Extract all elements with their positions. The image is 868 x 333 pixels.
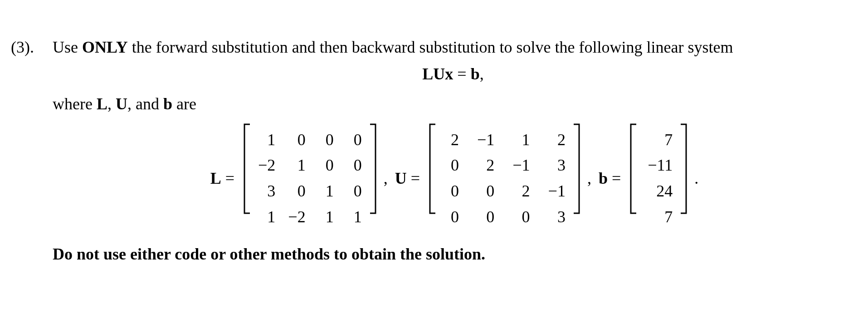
bracket-right-icon	[573, 123, 582, 233]
intro-only: ONLY	[82, 38, 128, 56]
matrix-cell: 0	[477, 180, 494, 202]
matrix-cell: −1	[548, 180, 566, 202]
label-U: U =	[392, 167, 423, 190]
label-U-eq: =	[407, 169, 420, 187]
trail-comma-2: ,	[586, 167, 591, 190]
page: (3). Use ONLY the forward substitution a…	[0, 0, 868, 281]
vector-cell: 7	[644, 206, 673, 228]
matrix-cell: 0	[444, 206, 459, 228]
bracket-right-icon	[369, 123, 378, 233]
trail-period: .	[693, 167, 698, 190]
label-b-eq: =	[608, 169, 621, 187]
where-line: where L, U, and b are	[53, 93, 853, 115]
matrix-cell: 1	[258, 206, 275, 228]
label-L-sym: L	[210, 169, 221, 187]
matrix-cell: 3	[548, 154, 566, 176]
matrix-cell: 2	[548, 129, 566, 151]
matrix-cell: −1	[512, 154, 530, 176]
equation-LUx-eq-b: LUx = b,	[53, 63, 853, 85]
intro-pre: Use	[53, 38, 82, 56]
label-L: L =	[208, 167, 237, 190]
matrix-cell: 0	[346, 129, 362, 151]
matrix-cell: 1	[346, 206, 362, 228]
intro-post: the forward substitution and then backwa…	[128, 38, 733, 56]
label-b: b =	[596, 167, 624, 190]
matrix-cell: 0	[318, 129, 334, 151]
matrix-cell: 0	[512, 206, 530, 228]
eq-x: x	[445, 65, 453, 83]
matrix-cell: 1	[288, 154, 305, 176]
matrix-L: 1 0 0 0 −2 1 0 0 3 0 1 0 1 −2 1	[242, 123, 378, 233]
matrix-cell: 1	[318, 206, 334, 228]
label-L-eq: =	[221, 169, 234, 187]
matrix-cell: 1	[512, 129, 530, 151]
matrix-cell: 0	[288, 129, 305, 151]
label-b-sym: b	[599, 169, 608, 187]
where-sep1: ,	[107, 95, 116, 113]
problem-body: Use ONLY the forward substitution and th…	[53, 36, 853, 270]
trail-comma-1: ,	[383, 167, 388, 190]
problem-block: (3). Use ONLY the forward substitution a…	[7, 36, 853, 270]
vector-b-body: 7 −11 24 7	[637, 123, 680, 233]
matrix-cell: 0	[318, 154, 334, 176]
where-U: U	[116, 95, 127, 113]
where-pre: where	[53, 95, 97, 113]
problem-number: (3).	[7, 36, 53, 59]
matrix-cell: 0	[346, 180, 362, 202]
matrix-U: 2 −1 1 2 0 2 −1 3 0 0 2 −1 0 0 0	[427, 123, 582, 233]
matrix-cell: 2	[512, 180, 530, 202]
matrix-cell: −1	[477, 129, 494, 151]
eq-U: U	[433, 65, 445, 83]
intro-paragraph: Use ONLY the forward substitution and th…	[53, 36, 853, 59]
matrix-cell: 3	[258, 180, 275, 202]
matrix-cell: 1	[258, 129, 275, 151]
matrices-row: L = 1 0 0 0 −2 1 0 0 3	[53, 123, 853, 233]
matrix-cell: −2	[288, 206, 305, 228]
footer-instruction: Do not use either code or other methods …	[53, 243, 853, 265]
where-sep2: , and	[127, 95, 163, 113]
matrix-U-body: 2 −1 1 2 0 2 −1 3 0 0 2 −1 0 0 0	[436, 123, 573, 233]
matrix-cell: 0	[346, 154, 362, 176]
eq-eq: =	[453, 65, 470, 83]
where-L: L	[97, 95, 107, 113]
matrix-cell: 0	[477, 206, 494, 228]
bracket-left-icon	[242, 123, 251, 233]
vector-cell: 24	[644, 180, 673, 202]
eq-comma: ,	[480, 65, 484, 83]
matrix-cell: 0	[444, 180, 459, 202]
vector-cell: 7	[644, 129, 673, 151]
matrix-L-body: 1 0 0 0 −2 1 0 0 3 0 1 0 1 −2 1	[251, 123, 369, 233]
vector-cell: −11	[644, 154, 673, 176]
label-U-sym: U	[395, 169, 407, 187]
matrix-cell: 1	[318, 180, 334, 202]
where-b: b	[163, 95, 172, 113]
bracket-left-icon	[628, 123, 637, 233]
eq-L: L	[422, 65, 433, 83]
matrix-cell: 3	[548, 206, 566, 228]
eq-b: b	[471, 65, 480, 83]
vector-b: 7 −11 24 7	[628, 123, 689, 233]
bracket-right-icon	[680, 123, 689, 233]
matrix-cell: 0	[444, 154, 459, 176]
bracket-left-icon	[427, 123, 436, 233]
where-post: are	[172, 95, 196, 113]
matrix-cell: 2	[477, 154, 494, 176]
matrix-cell: −2	[258, 154, 275, 176]
matrix-cell: 0	[288, 180, 305, 202]
matrix-cell: 2	[444, 129, 459, 151]
